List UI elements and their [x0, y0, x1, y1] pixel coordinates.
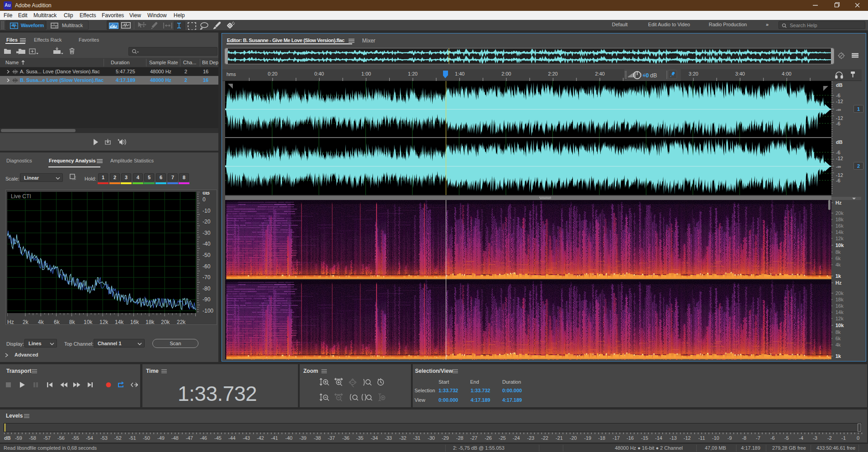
svg-text:-56: -56	[57, 435, 65, 441]
svg-text:14k: 14k	[835, 229, 844, 235]
svg-text:-20: -20	[570, 435, 577, 441]
svg-text:-24: -24	[513, 435, 520, 441]
svg-text:-90: -90	[203, 296, 211, 303]
svg-text:Hz: Hz	[835, 280, 842, 285]
svg-text:dB: dB	[203, 192, 210, 196]
svg-text:-16: -16	[627, 435, 634, 441]
svg-text:-6: -6	[836, 150, 840, 155]
svg-text:4k: 4k	[835, 342, 841, 347]
svg-text:-48: -48	[171, 435, 179, 441]
svg-text:-10: -10	[203, 208, 211, 214]
svg-text:8k: 8k	[835, 329, 841, 335]
svg-text:14k: 14k	[835, 309, 844, 315]
svg-text:-32: -32	[399, 435, 406, 441]
svg-text:18k: 18k	[835, 217, 844, 222]
svg-text:-31: -31	[413, 435, 420, 441]
svg-text:-58: -58	[29, 435, 36, 441]
svg-text:16k: 16k	[835, 223, 844, 228]
svg-text:18k: 18k	[835, 297, 844, 302]
svg-text:4:00: 4:00	[782, 71, 791, 76]
svg-text:+0: +0	[642, 72, 649, 79]
svg-text:-49: -49	[157, 435, 165, 441]
svg-text:12k: 12k	[835, 316, 844, 321]
svg-text:3:40: 3:40	[735, 71, 745, 76]
svg-text:-9: -9	[727, 435, 732, 441]
svg-text:-30: -30	[428, 435, 435, 441]
svg-text:-26: -26	[485, 435, 492, 441]
svg-text:-1: -1	[841, 435, 846, 441]
svg-text:-17: -17	[613, 435, 620, 441]
svg-text:-42: -42	[257, 435, 264, 441]
svg-text:1k: 1k	[835, 353, 841, 359]
svg-text:2:20: 2:20	[548, 71, 557, 76]
svg-text:-12: -12	[836, 156, 843, 161]
svg-text:-52: -52	[114, 435, 122, 441]
svg-text:-50: -50	[143, 435, 150, 441]
svg-text:-12: -12	[684, 435, 691, 441]
svg-text:-14: -14	[655, 435, 662, 441]
svg-text:-53: -53	[100, 435, 108, 441]
svg-text:10k: 10k	[835, 323, 844, 328]
svg-text:0:20: 0:20	[268, 71, 277, 76]
svg-text:-6: -6	[770, 435, 775, 441]
svg-text:-46: -46	[200, 435, 207, 441]
svg-text:20k: 20k	[835, 210, 844, 216]
svg-text:8k: 8k	[835, 249, 841, 255]
svg-text:-54: -54	[86, 435, 93, 441]
svg-text:-2: -2	[827, 435, 832, 441]
svg-text:-34: -34	[371, 435, 378, 441]
svg-text:-8: -8	[742, 435, 746, 441]
svg-text:-6: -6	[836, 121, 840, 126]
svg-text:16k: 16k	[835, 303, 844, 309]
svg-text:-41: -41	[271, 435, 278, 441]
svg-text:-21: -21	[556, 435, 563, 441]
svg-text:-100: -100	[203, 308, 213, 314]
svg-text:-29: -29	[442, 435, 449, 441]
svg-text:0: 0	[203, 196, 206, 203]
svg-text:-22: -22	[541, 435, 548, 441]
svg-text:0:40: 0:40	[314, 71, 324, 76]
svg-text:-6: -6	[836, 93, 840, 98]
svg-text:-47: -47	[186, 435, 193, 441]
svg-text:-25: -25	[499, 435, 506, 441]
svg-text:2:40: 2:40	[595, 71, 604, 76]
svg-text:6k: 6k	[835, 336, 841, 341]
svg-text:-11: -11	[698, 435, 705, 441]
svg-text:0: 0	[857, 435, 859, 441]
svg-text:-45: -45	[214, 435, 222, 441]
svg-text:-59: -59	[15, 435, 22, 441]
svg-text:-∞: -∞	[836, 164, 841, 169]
svg-text:-19: -19	[584, 435, 591, 441]
svg-text:-57: -57	[43, 435, 51, 441]
svg-text:-55: -55	[72, 435, 79, 441]
svg-text:-18: -18	[598, 435, 605, 441]
svg-text:2:00: 2:00	[501, 71, 511, 76]
svg-text:-50: -50	[203, 252, 211, 258]
svg-text:-37: -37	[328, 435, 335, 441]
svg-text:-80: -80	[203, 285, 211, 292]
svg-text:-7: -7	[756, 435, 760, 441]
svg-text:-3: -3	[813, 435, 817, 441]
svg-text:-13: -13	[670, 435, 677, 441]
svg-text:-40: -40	[285, 435, 292, 441]
svg-text:1:20: 1:20	[408, 71, 417, 76]
svg-text:-6: -6	[836, 178, 840, 183]
svg-text:-60: -60	[203, 263, 211, 270]
svg-text:1k: 1k	[835, 273, 841, 279]
svg-text:-70: -70	[203, 274, 211, 281]
svg-text:6k: 6k	[835, 256, 841, 261]
svg-text:-∞: -∞	[836, 107, 841, 112]
svg-text:-30: -30	[203, 230, 211, 236]
svg-text:-5: -5	[784, 435, 789, 441]
svg-text:-39: -39	[299, 435, 307, 441]
svg-text:Live CTI: Live CTI	[11, 193, 31, 200]
svg-text:-20: -20	[203, 219, 211, 225]
svg-text:-36: -36	[342, 435, 349, 441]
svg-text:-44: -44	[228, 435, 236, 441]
svg-text:-10: -10	[712, 435, 719, 441]
svg-text:dB: dB	[650, 72, 657, 79]
svg-text:-51: -51	[129, 435, 136, 441]
svg-text:dB: dB	[836, 139, 843, 145]
svg-text:20k: 20k	[835, 290, 844, 296]
svg-text:-12: -12	[836, 172, 843, 178]
